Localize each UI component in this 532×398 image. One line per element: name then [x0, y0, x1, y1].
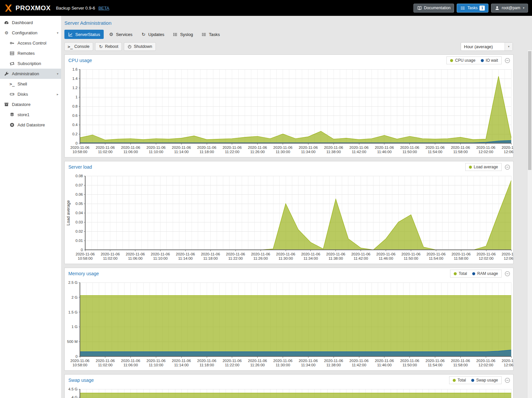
- sidebar-item-subscription[interactable]: Subscription: [0, 58, 61, 69]
- panel-memory-usage: Memory usageTotalRAM usage0500 M1 G1.5 G…: [64, 268, 514, 371]
- panel-title: Server load: [68, 164, 92, 170]
- svg-text:2020-11-06: 2020-11-06: [502, 146, 513, 149]
- sidebar-item-administration[interactable]: Administration▾: [0, 69, 61, 79]
- svg-text:0.04: 0.04: [76, 211, 83, 215]
- svg-text:2020-11-06: 2020-11-06: [273, 359, 293, 363]
- legend-item-ram-usage[interactable]: RAM usage: [472, 271, 498, 276]
- chart-cpu-usage: 00.20.40.60.811.21.41.62020-11-0610:58:0…: [65, 66, 513, 157]
- shutdown-button[interactable]: Shutdown: [124, 42, 156, 51]
- svg-text:11:38:00: 11:38:00: [326, 150, 341, 154]
- terminal-icon: >_: [68, 45, 72, 49]
- tab-updates[interactable]: ↻Updates: [137, 30, 168, 39]
- svg-text:2020-11-06: 2020-11-06: [301, 252, 320, 256]
- svg-text:11:26:00: 11:26:00: [250, 150, 265, 154]
- svg-text:2020-11-06: 2020-11-06: [502, 252, 513, 256]
- svg-text:2020-11-06: 2020-11-06: [502, 359, 513, 363]
- legend-item-swap-usage[interactable]: Swap usage: [471, 378, 498, 382]
- sidebar-item-access-control[interactable]: Access Control: [0, 38, 61, 48]
- svg-text:11:26:00: 11:26:00: [250, 363, 265, 367]
- svg-text:11:10:00: 11:10:00: [149, 150, 163, 154]
- svg-text:0.8: 0.8: [72, 104, 78, 108]
- sidebar-item-remotes[interactable]: Remotes: [0, 48, 61, 58]
- legend-item-io-wait[interactable]: IO wait: [481, 58, 498, 63]
- svg-text:2020-11-06: 2020-11-06: [223, 359, 242, 363]
- svg-text:1: 1: [76, 95, 78, 99]
- user-menu-button[interactable]: root@pam ▾: [491, 4, 528, 13]
- svg-text:2020-11-06: 2020-11-06: [70, 359, 89, 363]
- sidebar-item-add-datastore[interactable]: Add Datastore: [0, 120, 61, 130]
- tab-tasks[interactable]: Tasks: [198, 30, 223, 39]
- chevron-down-icon[interactable]: ▾: [57, 31, 58, 35]
- panel-title: Memory usage: [68, 271, 99, 276]
- console-button[interactable]: >_ Console: [64, 42, 93, 51]
- sidebar-item-datastore[interactable]: Datastore: [0, 99, 61, 110]
- tab-syslog[interactable]: Syslog: [169, 30, 196, 39]
- dropdown-trigger[interactable]: ▾: [505, 43, 513, 50]
- chart-legend: Load average: [465, 163, 502, 171]
- sidebar-item-dashboard[interactable]: Dashboard: [0, 17, 61, 28]
- wrench-icon: [4, 71, 9, 76]
- collapse-panel-icon[interactable]: [505, 378, 510, 383]
- svg-text:2020-11-06: 2020-11-06: [477, 252, 496, 256]
- svg-text:Load average: Load average: [66, 200, 71, 226]
- scrollbar-thumb[interactable]: [528, 51, 531, 170]
- sidebar-item-label: Remotes: [18, 51, 35, 56]
- power-icon: [127, 45, 132, 49]
- user-label: root@pam: [502, 6, 520, 10]
- svg-text:1.4: 1.4: [72, 77, 78, 81]
- sidebar-item-disks[interactable]: Disks▸: [0, 89, 61, 99]
- collapse-panel-icon[interactable]: [505, 164, 510, 170]
- svg-text:10:58:00: 10:58:00: [73, 363, 88, 367]
- svg-text:2020-11-06: 2020-11-06: [426, 146, 445, 149]
- tab-services[interactable]: ⚙Services: [105, 30, 136, 39]
- sidebar-item-store1[interactable]: store1: [0, 110, 61, 120]
- svg-text:11:34:00: 11:34:00: [303, 256, 318, 260]
- legend-item-total[interactable]: Total: [453, 378, 466, 382]
- chart-legend: CPU usageIO wait: [446, 56, 502, 64]
- sidebar-item-label: Subscription: [18, 61, 41, 66]
- reboot-button[interactable]: ↻ Reboot: [95, 42, 122, 51]
- tasks-count-badge: 1: [479, 6, 485, 11]
- legend-item-load-average[interactable]: Load average: [469, 165, 498, 169]
- svg-text:12:02:00: 12:02:00: [479, 363, 493, 367]
- svg-text:2020-11-06: 2020-11-06: [273, 146, 293, 149]
- documentation-button[interactable]: Documentation: [413, 4, 454, 13]
- panel-swap-usage: Swap usageTotalSwap usage0500 M1 G1.5 G2…: [64, 374, 514, 398]
- beta-link[interactable]: BETA: [98, 6, 109, 11]
- collapse-panel-icon[interactable]: [505, 271, 510, 277]
- reboot-label: Reboot: [105, 44, 118, 49]
- timeframe-select[interactable]: Hour (average) ▾: [461, 42, 513, 51]
- svg-text:11:46:00: 11:46:00: [377, 150, 392, 154]
- legend-dot-icon: [453, 379, 456, 382]
- chevron-down-icon[interactable]: ▾: [57, 72, 58, 76]
- sidebar: Dashboard⚙Configuration▾Access ControlRe…: [0, 16, 61, 398]
- vertical-scrollbar[interactable]: [527, 50, 532, 398]
- collapse-panel-icon[interactable]: [505, 58, 510, 63]
- panel-header: Memory usageTotalRAM usage: [65, 268, 513, 279]
- hdd-icon: [10, 92, 15, 97]
- gauge-icon: [4, 20, 9, 25]
- svg-text:4 G: 4 G: [71, 395, 78, 398]
- sidebar-item-shell[interactable]: >_Shell: [0, 79, 61, 89]
- svg-text:2020-11-06: 2020-11-06: [176, 252, 195, 256]
- svg-text:2020-11-06: 2020-11-06: [326, 252, 345, 256]
- legend-item-total[interactable]: Total: [454, 271, 467, 276]
- svg-text:2020-11-06: 2020-11-06: [400, 359, 419, 363]
- sidebar-item-configuration[interactable]: ⚙Configuration▾: [0, 28, 61, 38]
- svg-text:0.08: 0.08: [76, 174, 83, 178]
- svg-text:2020-11-06: 2020-11-06: [299, 359, 318, 363]
- svg-text:11:50:00: 11:50:00: [403, 363, 417, 367]
- legend-dot-icon: [450, 59, 453, 62]
- svg-text:2020-11-06: 2020-11-06: [147, 359, 166, 363]
- svg-text:2020-11-06: 2020-11-06: [223, 146, 242, 149]
- svg-text:2020-11-06: 2020-11-06: [197, 146, 216, 149]
- legend-item-cpu-usage[interactable]: CPU usage: [450, 58, 475, 63]
- svg-text:2020-11-06: 2020-11-06: [324, 359, 343, 363]
- svg-text:11:42:00: 11:42:00: [354, 256, 368, 260]
- tasks-button[interactable]: Tasks 1: [457, 4, 488, 13]
- list-icon: [173, 32, 178, 37]
- svg-text:2020-11-06: 2020-11-06: [96, 359, 115, 363]
- svg-text:11:50:00: 11:50:00: [403, 150, 417, 154]
- tab-serverstatus[interactable]: ServerStatus: [64, 30, 104, 39]
- chevron-right-icon[interactable]: ▸: [57, 92, 58, 96]
